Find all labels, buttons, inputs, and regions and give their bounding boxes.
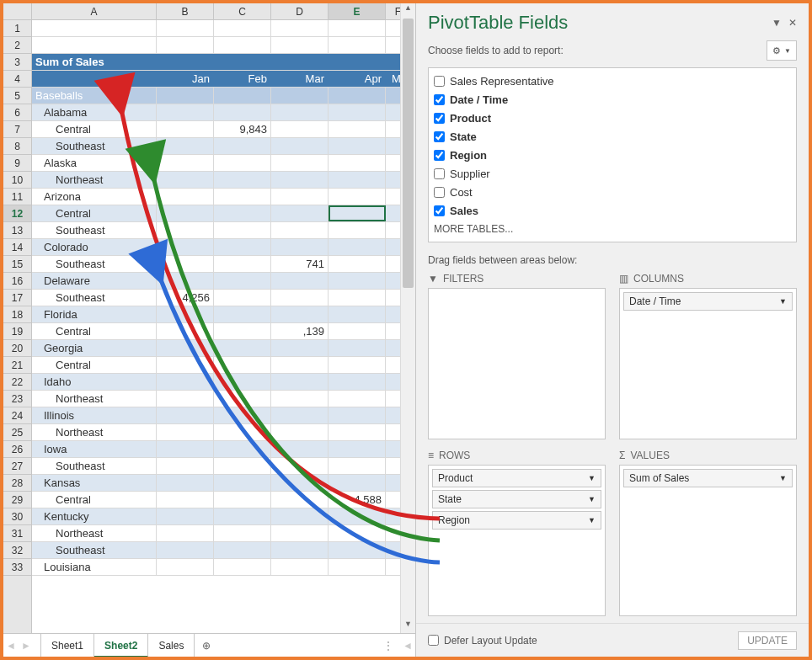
cell-a-28[interactable]: Kansas: [32, 475, 157, 491]
field-region[interactable]: Region: [434, 146, 791, 164]
cell-b-18[interactable]: [157, 306, 214, 322]
row-header-31[interactable]: 31: [3, 525, 31, 542]
cell-b-8[interactable]: [157, 138, 214, 154]
vertical-scrollbar[interactable]: ▲ ▼: [400, 3, 415, 633]
row-header-28[interactable]: 28: [3, 475, 31, 492]
cell-d-17[interactable]: [271, 290, 329, 306]
cell-c-9[interactable]: [214, 155, 271, 171]
cell-e-27[interactable]: [329, 458, 386, 474]
cell-a-24[interactable]: Illinois: [32, 407, 157, 423]
cell-a-10[interactable]: Northeast: [32, 172, 157, 188]
tab-nav-prev[interactable]: ◄: [3, 640, 19, 652]
row-header-17[interactable]: 17: [3, 290, 31, 306]
cell-d-30[interactable]: [271, 508, 329, 524]
cell-a-2[interactable]: [32, 37, 157, 53]
cell-d-29[interactable]: [271, 492, 329, 508]
rows-dropzone[interactable]: Product▼State▼Region▼: [428, 465, 606, 616]
cell-e-5[interactable]: [329, 88, 386, 104]
cell-c-6[interactable]: [214, 104, 271, 120]
cell-c-18[interactable]: [214, 306, 271, 322]
cell-c-19[interactable]: [214, 323, 271, 339]
cell-c-16[interactable]: [214, 273, 271, 289]
field-label[interactable]: Sales Representative: [450, 75, 554, 88]
cell-b-30[interactable]: [157, 508, 214, 524]
row-header-19[interactable]: 19: [3, 323, 31, 340]
cell-b-15[interactable]: [157, 256, 214, 272]
field-checkbox[interactable]: [434, 131, 445, 142]
cell-a-20[interactable]: Georgia: [32, 340, 157, 356]
cell-d-6[interactable]: [271, 104, 329, 120]
cell-c-26[interactable]: [214, 441, 271, 457]
cell-a-33[interactable]: Louisiana: [32, 559, 157, 575]
field-supplier[interactable]: Supplier: [434, 164, 791, 183]
cell-c-17[interactable]: [214, 290, 271, 306]
field-list[interactable]: Sales RepresentativeDate / TimeProductSt…: [428, 67, 797, 242]
row-13[interactable]: Southeast: [32, 222, 415, 239]
tab-sheet2[interactable]: Sheet2: [94, 634, 148, 657]
row-4[interactable]: JanFebMarAprMa: [32, 71, 415, 88]
row-5[interactable]: Baseballs: [32, 88, 415, 104]
cell-c-10[interactable]: [214, 172, 271, 188]
cell-e-23[interactable]: [329, 391, 386, 407]
row-29[interactable]: Central4,588: [32, 492, 415, 508]
cell-d-13[interactable]: [271, 222, 329, 238]
cell-e-31[interactable]: [329, 525, 386, 541]
row-6[interactable]: Alabama: [32, 104, 415, 121]
field-label[interactable]: Date / Time: [450, 93, 508, 106]
row-22[interactable]: Idaho: [32, 374, 415, 391]
cell-e-25[interactable]: [329, 424, 386, 440]
cell-b-20[interactable]: [157, 340, 214, 356]
row-32[interactable]: Southeast: [32, 542, 415, 559]
cell-b-10[interactable]: [157, 172, 214, 188]
rows-pill-state[interactable]: State▼: [432, 490, 601, 508]
columns-pill-date-time[interactable]: Date / Time▼: [623, 292, 793, 311]
row-2[interactable]: [32, 37, 415, 54]
cell-b-6[interactable]: [157, 104, 214, 120]
row-26[interactable]: Iowa: [32, 441, 415, 458]
row-33[interactable]: Louisiana: [32, 559, 415, 576]
cell-a-21[interactable]: Central: [32, 357, 157, 373]
field-label[interactable]: Supplier: [450, 168, 490, 180]
row-3[interactable]: Sum of Sales: [32, 54, 415, 71]
field-date-time[interactable]: Date / Time: [434, 90, 791, 109]
cell-a-15[interactable]: Southeast: [32, 256, 157, 272]
row-28[interactable]: Kansas: [32, 475, 415, 492]
row-30[interactable]: Kentucky: [32, 508, 415, 525]
cell-a-25[interactable]: Northeast: [32, 424, 157, 440]
row-31[interactable]: Northeast: [32, 525, 415, 542]
field-label[interactable]: Cost: [450, 186, 473, 199]
cell-c-32[interactable]: [214, 542, 271, 558]
col-header-C[interactable]: C: [214, 3, 271, 19]
cell-a-32[interactable]: Southeast: [32, 542, 157, 558]
cell-b-12[interactable]: [157, 205, 214, 221]
cell-e-32[interactable]: [329, 542, 386, 558]
cell-b-28[interactable]: [157, 475, 214, 491]
cell-d-2[interactable]: [271, 37, 329, 53]
chevron-down-icon[interactable]: ▼: [588, 516, 596, 524]
row-10[interactable]: Northeast: [32, 172, 415, 189]
cell-d-16[interactable]: [271, 273, 329, 289]
cell-b-23[interactable]: [157, 391, 214, 407]
row-20[interactable]: Georgia: [32, 340, 415, 357]
cell-c-14[interactable]: [214, 239, 271, 255]
add-sheet-button[interactable]: ⊕: [195, 640, 218, 652]
defer-checkbox[interactable]: [428, 635, 439, 646]
row-27[interactable]: Southeast: [32, 458, 415, 475]
cell-b-29[interactable]: [157, 492, 214, 508]
cell-a-7[interactable]: Central: [32, 121, 157, 137]
row-25[interactable]: Northeast: [32, 424, 415, 441]
row-16[interactable]: Delaware: [32, 273, 415, 290]
cell-d-9[interactable]: [271, 155, 329, 171]
cell-c-20[interactable]: [214, 340, 271, 356]
cell-a-16[interactable]: Delaware: [32, 273, 157, 289]
cell-a-6[interactable]: Alabama: [32, 104, 157, 120]
cell-d-27[interactable]: [271, 458, 329, 474]
cell-c-12[interactable]: [214, 205, 271, 221]
cell-a-12[interactable]: Central: [32, 205, 157, 221]
cell-e-2[interactable]: [329, 37, 386, 53]
cell-e-8[interactable]: [329, 138, 386, 154]
update-button[interactable]: UPDATE: [738, 631, 797, 650]
field-checkbox[interactable]: [434, 205, 445, 216]
row-9[interactable]: Alaska: [32, 155, 415, 172]
cell-b-27[interactable]: [157, 458, 214, 474]
